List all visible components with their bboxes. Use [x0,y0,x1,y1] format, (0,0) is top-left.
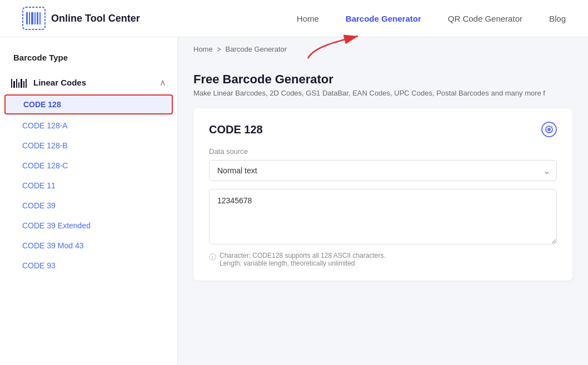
sidebar: Barcode Type Linear Codes ∧ CO [0,37,178,364]
barcode-data-input[interactable]: 12345678 [209,189,557,244]
sidebar-item-code-39-mod-43[interactable]: CODE 39 Mod 43 [0,236,177,256]
svg-rect-3 [31,12,33,24]
sidebar-item-code-11[interactable]: CODE 11 [0,176,177,196]
nav-barcode-generator[interactable]: Barcode Generator [346,14,421,23]
chevron-up-icon: ∧ [160,77,166,88]
barcode-small-icon [11,77,27,88]
svg-rect-4 [34,12,36,24]
sidebar-item-code-39-extended[interactable]: CODE 39 Extended [0,216,177,236]
sidebar-item-code-128-c[interactable]: CODE 128-C [0,156,177,176]
svg-rect-2 [29,12,30,24]
breadcrumb-home[interactable]: Home [193,45,213,53]
content-area: Free Barcode Generator Make Linear Barco… [178,61,588,292]
breadcrumb-separator: > [217,45,221,53]
sidebar-item-code-93[interactable]: CODE 93 [0,256,177,276]
sidebar-item-code-128[interactable]: CODE 128 [4,94,173,114]
info-line-2: Length: variable length, theoretically u… [220,259,386,267]
linear-codes-label: Linear Codes [33,78,86,87]
barcode-card: CODE 128 Data source Normal text Hex val… [193,108,572,281]
header: Online Tool Center Home Barcode Generato… [0,0,588,37]
logo-icon [22,7,46,30]
svg-rect-6 [39,12,41,24]
settings-icon[interactable] [541,122,557,137]
info-text: ⓘ Character: CODE128 supports all 128 AS… [209,252,557,267]
info-line-1: Character: CODE128 supports all 128 ASCI… [220,252,386,259]
logo-area: Online Tool Center [22,7,140,30]
data-source-select[interactable]: Normal text Hex values Base64 [209,160,557,181]
sidebar-section-header: Barcode Type [0,48,177,71]
sidebar-item-code-39[interactable]: CODE 39 [0,196,177,216]
page-subtitle: Make Linear Barcodes, 2D Codes, GS1 Data… [193,89,572,97]
nav-qr-code-generator[interactable]: QR Code Generator [448,14,522,23]
data-source-select-wrapper: Normal text Hex values Base64 ⌄ [209,160,557,181]
layout: Barcode Type Linear Codes ∧ CO [0,37,588,364]
sidebar-item-code-128-a[interactable]: CODE 128-A [0,116,177,136]
nav-blog[interactable]: Blog [549,14,566,23]
info-text-content: Character: CODE128 supports all 128 ASCI… [220,252,386,267]
logo-text: Online Tool Center [51,13,140,24]
main-content: Home > Barcode Generator Free Barcode Ge… [178,37,588,364]
card-title: CODE 128 [209,123,263,136]
target-center-dot [547,128,551,131]
nav-home[interactable]: Home [297,14,319,23]
breadcrumb: Home > Barcode Generator [178,37,588,61]
linear-codes-row[interactable]: Linear Codes ∧ [0,71,177,93]
svg-rect-1 [26,12,28,24]
navigation: Home Barcode Generator QR Code Generator… [297,14,566,23]
card-header: CODE 128 [209,122,557,137]
sidebar-item-code-128-b[interactable]: CODE 128-B [0,136,177,156]
info-icon: ⓘ [209,252,216,267]
page-title: Free Barcode Generator [193,72,572,87]
linear-codes-left: Linear Codes [11,77,86,88]
breadcrumb-current: Barcode Generator [226,45,287,53]
svg-rect-5 [37,12,38,24]
barcode-type-label: Barcode Type [13,53,68,62]
data-source-label: Data source [209,147,557,156]
